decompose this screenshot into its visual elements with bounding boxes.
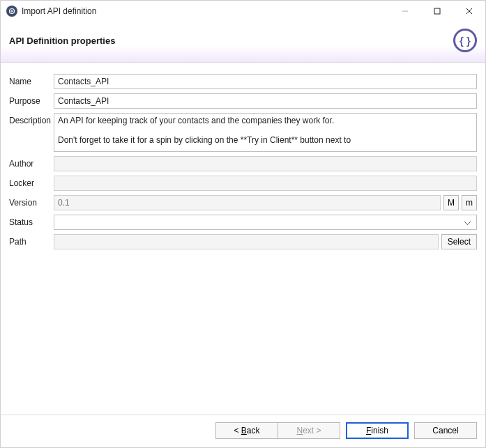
svg-rect-2 bbox=[434, 8, 440, 14]
path-label: Path bbox=[9, 234, 54, 247]
purpose-label: Purpose bbox=[9, 93, 54, 106]
back-button[interactable]: < Back bbox=[215, 422, 278, 439]
wizard-footer: < Back Next > Finish Cancel bbox=[1, 415, 485, 447]
next-button: Next > bbox=[278, 422, 340, 439]
window-controls bbox=[389, 1, 485, 22]
path-select-button[interactable]: Select bbox=[441, 234, 477, 249]
close-button[interactable] bbox=[453, 1, 485, 22]
author-field bbox=[54, 156, 477, 171]
version-major-button[interactable]: M bbox=[443, 195, 459, 210]
wizard-header: API Definition properties { } bbox=[1, 22, 485, 62]
status-select[interactable] bbox=[54, 215, 477, 230]
form-area: Name Purpose Description An API for keep… bbox=[1, 63, 485, 415]
version-field: 0.1 bbox=[54, 195, 441, 210]
locker-field bbox=[54, 176, 477, 191]
window-title: Import API definition bbox=[22, 6, 96, 16]
page-title: API Definition properties bbox=[9, 36, 115, 46]
description-label: Description bbox=[9, 113, 54, 125]
path-field bbox=[54, 234, 439, 249]
name-input[interactable] bbox=[54, 74, 477, 89]
finish-button[interactable]: Finish bbox=[346, 422, 409, 439]
cancel-button[interactable]: Cancel bbox=[414, 422, 477, 439]
api-braces-icon: { } bbox=[453, 29, 477, 52]
purpose-input[interactable] bbox=[54, 93, 477, 109]
version-label: Version bbox=[9, 195, 54, 208]
description-input[interactable]: An API for keeping track of your contact… bbox=[54, 113, 477, 152]
locker-label: Locker bbox=[9, 176, 54, 188]
version-minor-button[interactable]: m bbox=[462, 195, 477, 210]
name-label: Name bbox=[9, 74, 54, 86]
maximize-button[interactable] bbox=[421, 1, 453, 22]
author-label: Author bbox=[9, 156, 54, 169]
minimize-button[interactable] bbox=[389, 1, 421, 22]
status-label: Status bbox=[9, 215, 54, 227]
app-icon bbox=[6, 6, 17, 17]
titlebar: Import API definition bbox=[1, 1, 485, 22]
